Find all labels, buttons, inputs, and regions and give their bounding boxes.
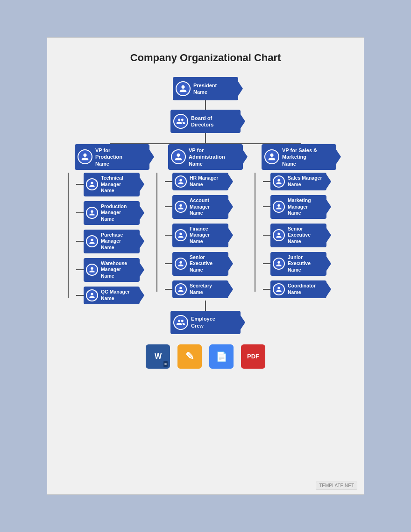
prod-mgr-icon <box>86 207 98 219</box>
finance-manager-node: FinanceManagerName <box>172 224 228 247</box>
senior-exec-sales-icon <box>273 229 285 241</box>
sub-node-row: Sales ManagerName <box>263 173 326 190</box>
production-manager-node: ProductionManagerName <box>84 201 140 225</box>
org-chart: President Name Board of Directors <box>57 77 354 334</box>
marketing-manager-node: MarketingManagerName <box>270 195 326 219</box>
vp-admin-icon <box>171 149 186 164</box>
account-manager-node: AccountManagerName <box>172 195 228 219</box>
vp-sales-icon <box>264 149 279 164</box>
h-stub <box>165 263 172 264</box>
board-text: Board of Directors <box>191 115 213 128</box>
sub-node-row: SecretaryName <box>165 280 228 298</box>
finance-mgr-text: FinanceManagerName <box>190 226 210 245</box>
sub-node-row: ProductionManagerName <box>76 201 140 225</box>
vp-sales-node: VP for Sales & Marketing Name <box>262 144 336 170</box>
docs-label: 📄 <box>216 351 227 362</box>
watermark: TEMPLATE.NET <box>316 482 357 490</box>
purchase-mgr-text: PurchaseManagerName <box>101 232 123 251</box>
h-stub <box>263 289 270 290</box>
vp-admin-node: VP for Administration Name <box>168 144 243 170</box>
h-stub <box>165 289 172 290</box>
footer-icons: W ≡ ✎ 📄 PDF <box>146 344 265 369</box>
secretary-text: SecretaryName <box>190 283 212 295</box>
senior-exec-sales-text: SeniorExecutiveName <box>288 226 311 245</box>
sub-node-row: WarehouseManagerName <box>76 258 140 282</box>
warehouse-mgr-text: WarehouseManagerName <box>101 260 127 280</box>
senior-exec-admin-icon <box>175 258 187 270</box>
col-admin: VP for Administration Name <box>156 144 255 311</box>
tech-mgr-text: TechnicalManagerName <box>101 175 123 194</box>
three-columns: VP for Production Name <box>68 144 343 311</box>
col1-sub-layout: TechnicalManagerName ProductionManagerNa… <box>68 170 156 307</box>
president-text: President Name <box>193 82 217 96</box>
vp-admin-text: VP for Administration Name <box>189 147 225 167</box>
employee-icon <box>173 315 188 330</box>
technical-manager-node: TechnicalManagerName <box>84 173 140 196</box>
col3-nodes: Sales ManagerName MarketingManagerName <box>263 173 326 301</box>
qc-mgr-text: QC ManagerName <box>101 289 130 301</box>
page: Company Organizational Chart President N… <box>47 37 364 495</box>
col-sales: VP for Sales & Marketing Name <box>255 144 343 301</box>
sub-node-row: MarketingManagerName <box>263 195 326 219</box>
pdf-icon[interactable]: PDF <box>241 344 265 369</box>
pages-icon[interactable]: ✎ <box>177 344 202 369</box>
sub-node-row: HR ManagerName <box>165 173 228 190</box>
word-icon[interactable]: W ≡ <box>146 344 170 369</box>
col3-vert-area <box>255 173 263 301</box>
col1-vert-line <box>68 173 69 298</box>
marketing-mgr-icon <box>273 201 285 213</box>
junior-exec-node: JuniorExecutiveName <box>270 252 326 276</box>
hr-manager-node: HR ManagerName <box>172 173 228 190</box>
sub-node-row: SeniorExecutiveName <box>263 224 326 247</box>
hr-mgr-icon <box>175 175 187 188</box>
coordinator-text: CoordinatorName <box>288 283 316 295</box>
col3-sub-layout: Sales ManagerName MarketingManagerName <box>255 170 343 301</box>
finance-mgr-icon <box>175 229 187 241</box>
vp-production-node: VP for Production Name <box>75 144 149 170</box>
sub-node-row: JuniorExecutiveName <box>263 252 326 276</box>
employee-text: Employee Crew <box>191 315 215 329</box>
col2-nodes: HR ManagerName AccountManagerName <box>165 173 228 301</box>
col3-vert-line <box>255 173 255 292</box>
col2-vert-line <box>156 173 157 292</box>
sales-mgr-icon <box>273 175 285 188</box>
pages-label: ✎ <box>185 350 194 363</box>
secretary-icon <box>175 283 187 295</box>
h-stub <box>263 235 270 236</box>
hr-mgr-text: HR ManagerName <box>190 175 218 188</box>
warehouse-manager-node: WarehouseManagerName <box>84 258 140 282</box>
prod-mgr-text: ProductionManagerName <box>101 203 127 223</box>
docs-icon[interactable]: 📄 <box>209 344 234 369</box>
sales-mgr-text: Sales ManagerName <box>288 175 322 188</box>
h-stub <box>263 263 270 264</box>
sub-node-row: CoordinatorName <box>263 280 326 298</box>
account-mgr-icon <box>175 201 187 213</box>
col2-sub-layout: HR ManagerName AccountManagerName <box>156 170 255 301</box>
word-sublabel: ≡ <box>163 361 168 367</box>
employee-node: Employee Crew <box>170 311 241 334</box>
h-stub <box>76 184 84 185</box>
warehouse-mgr-icon <box>86 264 98 276</box>
col2-to-employee <box>205 301 206 311</box>
purchase-mgr-icon <box>86 235 98 247</box>
sub-node-row: PurchaseManagerName <box>76 230 140 253</box>
sub-node-row: QC ManagerName <box>76 287 140 304</box>
h-stub <box>165 235 172 236</box>
junior-exec-icon <box>273 258 285 270</box>
word-label: W <box>155 352 161 361</box>
coordinator-icon <box>273 283 285 295</box>
president-icon <box>176 81 191 96</box>
employee-section: Employee Crew <box>170 311 241 334</box>
sales-manager-node: Sales ManagerName <box>270 173 326 190</box>
qc-mgr-icon <box>86 289 98 301</box>
purchase-manager-node: PurchaseManagerName <box>84 230 140 253</box>
branch-connector <box>110 133 301 144</box>
senior-exec-admin-node: SeniorExecutiveName <box>172 252 228 276</box>
h-stub <box>165 206 172 207</box>
senior-exec-sales-node: SeniorExecutiveName <box>270 224 326 247</box>
senior-exec-admin-text: SeniorExecutiveName <box>190 254 213 273</box>
vp-production-text: VP for Production Name <box>95 147 122 167</box>
page-title: Company Organizational Chart <box>130 52 281 64</box>
sub-node-row: TechnicalManagerName <box>76 173 140 196</box>
coordinator-node: CoordinatorName <box>270 280 326 298</box>
